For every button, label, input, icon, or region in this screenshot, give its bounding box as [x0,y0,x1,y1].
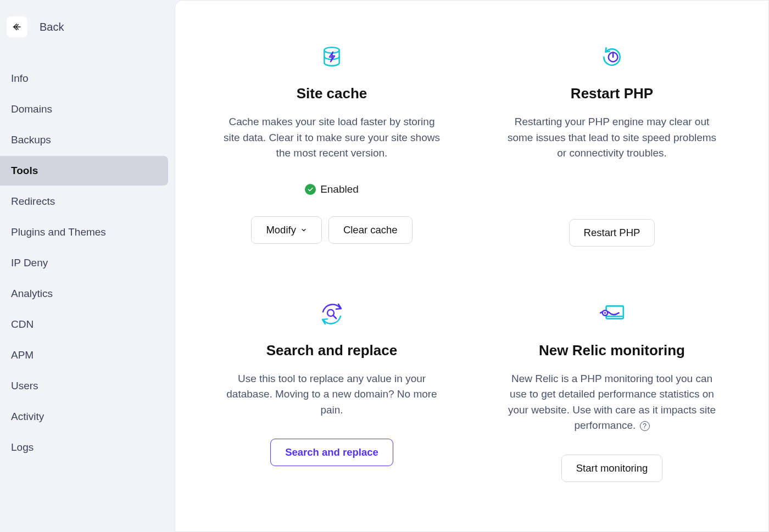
sidebar-item-label: Info [11,72,29,84]
search-replace-actions: Search and replace [270,439,393,466]
sidebar-item-logs[interactable]: Logs [0,433,168,462]
sidebar-item-info[interactable]: Info [0,64,168,93]
arrow-left-icon [12,22,22,32]
sidebar-item-tools[interactable]: Tools [0,156,168,186]
card-search-replace: Search and replace Use this tool to repl… [208,301,455,482]
site-cache-actions: Modify Clear cache [251,216,412,244]
card-description: Cache makes your site load faster by sto… [222,114,442,161]
sidebar-item-label: Backups [11,134,51,145]
back-label: Back [40,21,64,33]
chevron-down-icon [300,227,307,233]
card-description: New Relic is a PHP monitoring tool you c… [502,371,722,434]
sidebar-item-apm[interactable]: APM [0,340,168,370]
start-monitoring-button[interactable]: Start monitoring [561,455,663,482]
modify-cache-button[interactable]: Modify [251,216,322,244]
card-title: Restart PHP [571,85,653,102]
sidebar-item-users[interactable]: Users [0,371,168,401]
tools-grid: Site cache Cache makes your site load fa… [208,44,735,482]
svg-line-4 [333,316,336,318]
sidebar-item-label: APM [11,349,34,361]
card-title: Site cache [297,85,367,102]
nav-list: Info Domains Backups Tools Redirects Plu… [0,64,168,462]
sidebar-item-plugins-themes[interactable]: Plugins and Themes [0,217,168,247]
sidebar-item-activity[interactable]: Activity [0,402,168,432]
button-label: Search and replace [285,446,378,458]
sidebar: Back Info Domains Backups Tools Redirect… [0,0,175,532]
sidebar-item-label: Logs [11,441,34,453]
main-content: Site cache Cache makes your site load fa… [175,0,769,532]
search-replace-button[interactable]: Search and replace [270,439,393,466]
button-label: Start monitoring [576,462,648,474]
svg-point-0 [324,47,339,53]
card-site-cache: Site cache Cache makes your site load fa… [208,44,455,247]
card-description: Restarting your PHP engine may clear out… [502,114,722,161]
sidebar-item-backups[interactable]: Backups [0,125,168,155]
sidebar-item-label: Domains [11,103,52,115]
back-row: Back [0,16,168,37]
restart-php-button[interactable]: Restart PHP [569,219,655,247]
card-restart-php: Restart PHP Restarting your PHP engine m… [488,44,735,247]
sidebar-item-ip-deny[interactable]: IP Deny [0,248,168,278]
check-circle-icon [305,184,316,195]
button-label: Modify [266,224,296,236]
sidebar-item-label: Tools [11,165,38,176]
button-label: Clear cache [343,224,398,236]
sidebar-item-label: Analytics [11,288,53,299]
sidebar-item-label: CDN [11,318,34,330]
sidebar-item-cdn[interactable]: CDN [0,310,168,339]
search-replace-icon [318,301,346,327]
card-description: Use this tool to replace any value in yo… [222,371,442,418]
card-description-text: New Relic is a PHP monitoring tool you c… [508,373,716,432]
restart-php-actions: Restart PHP [569,219,655,247]
new-relic-actions: Start monitoring [561,455,663,482]
sidebar-item-redirects[interactable]: Redirects [0,187,168,216]
button-label: Restart PHP [584,227,640,239]
restart-icon [598,44,626,70]
sidebar-item-label: IP Deny [11,257,48,268]
database-cache-icon [318,44,346,70]
cache-status: Enabled [305,183,359,195]
card-title: New Relic monitoring [539,342,685,359]
sidebar-item-label: Plugins and Themes [11,226,106,238]
help-icon[interactable]: ? [640,421,650,431]
sidebar-item-domains[interactable]: Domains [0,94,168,124]
card-new-relic: New Relic monitoring New Relic is a PHP … [488,301,735,482]
sidebar-item-label: Users [11,380,38,391]
sidebar-item-label: Activity [11,411,44,422]
clear-cache-button[interactable]: Clear cache [328,216,413,244]
monitoring-icon [598,301,626,327]
sidebar-item-label: Redirects [11,195,55,207]
card-title: Search and replace [266,342,397,359]
back-button[interactable] [7,16,27,37]
sidebar-item-analytics[interactable]: Analytics [0,279,168,309]
svg-point-8 [604,312,606,313]
cache-status-label: Enabled [320,183,359,195]
